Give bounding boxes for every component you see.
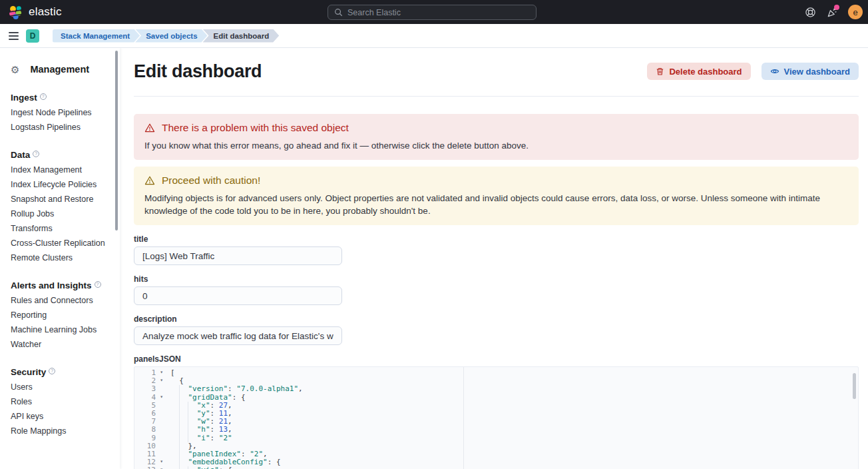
token: { bbox=[179, 376, 184, 385]
warning-callout-title: Proceed with caution! bbox=[162, 175, 260, 187]
question-badge-icon: ? bbox=[49, 368, 55, 374]
sidebar-item-index-management[interactable]: Index Management bbox=[11, 166, 110, 175]
sidebar-section-title: Alerts and Insights bbox=[11, 280, 92, 290]
sidebar-item-ingest-node-pipelines[interactable]: Ingest Node Pipelines bbox=[11, 109, 110, 117]
indent-guide bbox=[170, 434, 179, 442]
line-number: 10 bbox=[147, 442, 156, 450]
sidebar-item-roles[interactable]: Roles bbox=[11, 398, 110, 406]
sidebar-section-data: Data?Index ManagementIndex Lifecycle Pol… bbox=[11, 150, 110, 262]
sidebar-item-role-mappings[interactable]: Role Mappings bbox=[11, 427, 110, 436]
delete-dashboard-button[interactable]: Delete dashboard bbox=[647, 63, 750, 80]
sidebar-item-remote-clusters[interactable]: Remote Clusters bbox=[11, 254, 110, 262]
hits-field: hits bbox=[134, 274, 859, 305]
space-switcher[interactable]: D bbox=[26, 29, 39, 43]
token: "2" bbox=[250, 450, 263, 458]
editor-scrollbar[interactable] bbox=[853, 373, 856, 399]
fold-arrow-icon[interactable]: ▾ bbox=[160, 466, 163, 469]
fold-arrow-icon[interactable]: ▾ bbox=[160, 393, 163, 401]
question-badge-icon: ? bbox=[95, 281, 101, 288]
page-title: Edit dashboard bbox=[134, 61, 262, 82]
line-number-gutter: 7 bbox=[134, 418, 165, 426]
sidebar-item-rules-and-connectors[interactable]: Rules and Connectors bbox=[11, 296, 110, 305]
title-label: title bbox=[134, 234, 859, 244]
token: 11 bbox=[219, 409, 228, 418]
indent-guide bbox=[170, 466, 179, 469]
help-menu-button[interactable] bbox=[804, 6, 816, 18]
view-dashboard-label: View dashboard bbox=[784, 67, 850, 77]
sidebar-item-machine-learning-jobs[interactable]: Machine Learning Jobs bbox=[11, 326, 110, 334]
line-number: 12 bbox=[147, 458, 156, 466]
global-search[interactable] bbox=[327, 5, 537, 20]
token: "panelIndex" bbox=[188, 450, 240, 458]
fold-arrow-icon[interactable]: ▾ bbox=[160, 376, 163, 384]
fold-arrow-icon[interactable]: ▾ bbox=[160, 368, 163, 376]
sidebar-item-watcher[interactable]: Watcher bbox=[11, 340, 110, 349]
line-number-gutter: 8 bbox=[134, 426, 165, 434]
print-margin-line bbox=[463, 367, 464, 469]
newsfeed-button[interactable] bbox=[826, 6, 838, 18]
indent-guide bbox=[179, 385, 188, 393]
search-icon bbox=[334, 8, 343, 17]
view-dashboard-button[interactable]: View dashboard bbox=[761, 63, 859, 80]
warning-triangle-icon bbox=[144, 123, 155, 133]
sidebar-section-ingest: Ingest?Ingest Node PipelinesLogstash Pip… bbox=[11, 93, 110, 132]
code-line: 12▾ "embeddableConfig": { bbox=[134, 458, 858, 466]
sidebar-item-rollup-jobs[interactable]: Rollup Jobs bbox=[11, 210, 110, 219]
search-input[interactable] bbox=[347, 8, 530, 17]
top-header: elastic bbox=[0, 0, 868, 24]
breadcrumb: Stack ManagementSaved objectsEdit dashbo… bbox=[53, 29, 279, 43]
sidebar-item-transforms[interactable]: Transforms bbox=[11, 225, 110, 233]
indent-guide bbox=[179, 466, 188, 469]
description-input[interactable] bbox=[134, 326, 342, 345]
panelsjson-code-editor[interactable]: 1▾[2▾ {3 "version": "7.0.0-alpha1",4▾ "g… bbox=[134, 366, 859, 469]
token: : bbox=[210, 434, 219, 442]
code-line: 13▾ "vis": { bbox=[134, 466, 858, 469]
line-number-gutter: 13▾ bbox=[134, 466, 165, 469]
elastic-home-link[interactable]: elastic bbox=[0, 5, 62, 19]
sidebar-item-cross-cluster-replication[interactable]: Cross-Cluster Replication bbox=[11, 239, 110, 248]
token: "vis" bbox=[197, 466, 219, 469]
code-text: "i": "2" bbox=[170, 434, 232, 442]
breadcrumb-saved-objects[interactable]: Saved objects bbox=[135, 29, 207, 43]
code-line: 4▾ "gridData": { bbox=[134, 394, 858, 402]
line-number: 9 bbox=[151, 434, 156, 442]
header-divider bbox=[134, 96, 859, 97]
token: "gridData" bbox=[188, 393, 232, 402]
error-callout-title: There is a problem with this saved objec… bbox=[162, 122, 349, 134]
brand-name: elastic bbox=[29, 5, 62, 19]
title-input[interactable] bbox=[134, 246, 342, 265]
gear-icon: ⚙ bbox=[11, 65, 19, 75]
hamburger-icon bbox=[9, 32, 19, 40]
question-badge-icon: ? bbox=[33, 151, 39, 157]
sidebar-item-snapshot-and-restore[interactable]: Snapshot and Restore bbox=[11, 195, 110, 204]
code-line: 6 "y": 11, bbox=[134, 410, 858, 418]
line-number: 6 bbox=[151, 409, 156, 418]
menu-button[interactable] bbox=[0, 24, 27, 48]
breadcrumb-stack-management[interactable]: Stack Management bbox=[53, 29, 140, 43]
code-line: 5 "x": 27, bbox=[134, 402, 858, 410]
hits-input[interactable] bbox=[134, 286, 342, 305]
sidebar-title: Management bbox=[30, 64, 89, 75]
line-number: 1 bbox=[151, 368, 156, 377]
line-number: 2 bbox=[151, 376, 156, 385]
token: : { bbox=[268, 458, 281, 466]
user-avatar[interactable]: e bbox=[848, 5, 863, 19]
sidebar-item-api-keys[interactable]: API keys bbox=[11, 412, 110, 421]
header-actions: e bbox=[804, 0, 863, 24]
sidebar-item-users[interactable]: Users bbox=[11, 383, 110, 392]
sidebar-item-index-lifecycle-policies[interactable]: Index Lifecycle Policies bbox=[11, 181, 110, 189]
sidebar-scrollbar[interactable] bbox=[115, 51, 118, 231]
sidebar-section-title: Ingest bbox=[11, 93, 37, 103]
fold-arrow-icon[interactable]: ▾ bbox=[160, 458, 163, 466]
token: , bbox=[228, 417, 232, 426]
breadcrumb-bar: D Stack ManagementSaved objectsEdit dash… bbox=[0, 24, 868, 48]
line-number-gutter: 6 bbox=[134, 410, 165, 418]
token: "embeddableConfig" bbox=[188, 458, 267, 466]
sidebar-item-reporting[interactable]: Reporting bbox=[11, 311, 110, 320]
sidebar-item-logstash-pipelines[interactable]: Logstash Pipelines bbox=[11, 123, 110, 132]
token: [ bbox=[170, 368, 175, 377]
sidebar-header: ⚙ Management bbox=[11, 64, 110, 75]
token: : { bbox=[232, 393, 246, 402]
token: "h" bbox=[197, 425, 210, 434]
title-field: title bbox=[134, 234, 859, 265]
